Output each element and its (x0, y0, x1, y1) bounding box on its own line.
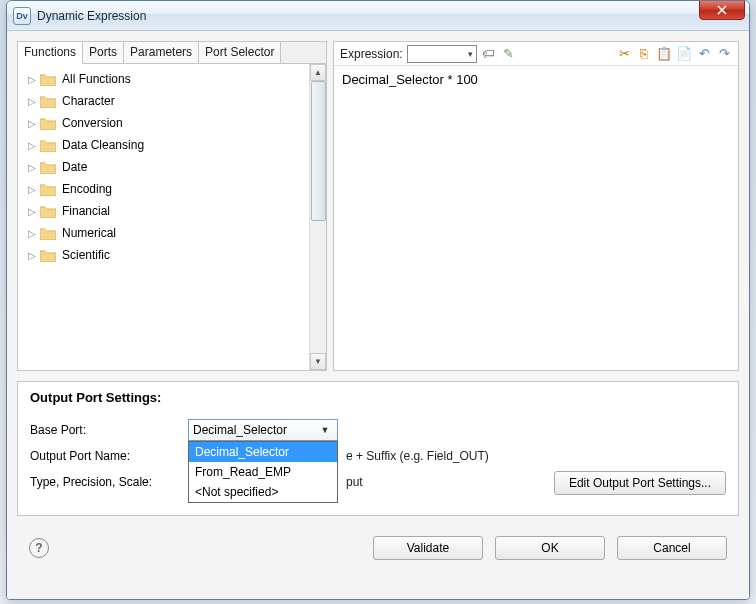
tree-item[interactable]: ▷Financial (18, 200, 309, 222)
expression-panel: Expression: ▾ 🏷 ✎ ✂ ⎘ 📋 📄 ↶ ↷ Decimal_Se… (333, 41, 739, 371)
add-comment-icon[interactable]: ✎ (501, 46, 517, 62)
expression-toolbar: Expression: ▾ 🏷 ✎ ✂ ⎘ 📋 📄 ↶ ↷ (334, 42, 738, 66)
expander-icon[interactable]: ▷ (28, 118, 38, 129)
close-button[interactable] (699, 0, 745, 20)
tree-item-label: Financial (62, 204, 110, 218)
expander-icon[interactable]: ▷ (28, 250, 38, 261)
output-port-name-row: Output Port Name: e + Suffix (e.g. Field… (30, 443, 726, 469)
tab-functions[interactable]: Functions (18, 42, 83, 64)
help-icon[interactable]: ? (29, 538, 49, 558)
tree-item[interactable]: ▷Data Cleansing (18, 134, 309, 156)
folder-icon (40, 205, 56, 218)
tree-item-label: Data Cleansing (62, 138, 144, 152)
expression-combo[interactable]: ▾ (407, 45, 477, 63)
tree-item-label: Character (62, 94, 115, 108)
output-port-name-label: Output Port Name: (30, 449, 180, 463)
tree-item[interactable]: ▷All Functions (18, 68, 309, 90)
scroll-thumb[interactable] (311, 81, 326, 221)
ok-button[interactable]: OK (495, 536, 605, 560)
left-panel: Functions Ports Parameters Port Selector… (17, 41, 327, 371)
expander-icon[interactable]: ▷ (28, 140, 38, 151)
type-precision-hint: put (346, 475, 363, 489)
undo-icon[interactable]: ↶ (696, 46, 712, 62)
tree-item[interactable]: ▷Character (18, 90, 309, 112)
output-port-settings-panel: Output Port Settings: Base Port: Decimal… (17, 381, 739, 516)
tree-item[interactable]: ▷Scientific (18, 244, 309, 266)
folder-icon (40, 227, 56, 240)
dropdown-item[interactable]: Decimal_Selector (189, 442, 337, 462)
redo-icon[interactable]: ↷ (716, 46, 732, 62)
tab-ports[interactable]: Ports (83, 42, 124, 63)
tab-bar: Functions Ports Parameters Port Selector (18, 42, 326, 64)
chevron-down-icon: ▼ (317, 421, 333, 439)
dialog-window: Dv Dynamic Expression Functions Ports Pa… (6, 0, 750, 600)
expander-icon[interactable]: ▷ (28, 206, 38, 217)
folder-icon (40, 139, 56, 152)
expander-icon[interactable]: ▷ (28, 184, 38, 195)
tree-item[interactable]: ▷Date (18, 156, 309, 178)
tree-scrollbar[interactable]: ▲ ▼ (309, 64, 326, 370)
folder-icon (40, 183, 56, 196)
tree-item-label: Conversion (62, 116, 123, 130)
close-icon (717, 5, 727, 15)
scroll-up-button[interactable]: ▲ (310, 64, 326, 81)
paste-icon[interactable]: 📋 (656, 46, 672, 62)
tree-item[interactable]: ▷Conversion (18, 112, 309, 134)
expression-label: Expression: (340, 47, 403, 61)
toolbar-right-icons: ✂ ⎘ 📋 📄 ↶ ↷ (616, 46, 732, 62)
tag-icon[interactable]: 🏷 (481, 46, 497, 62)
footer-buttons: Validate OK Cancel (373, 536, 727, 560)
edit-output-port-settings-button[interactable]: Edit Output Port Settings... (554, 471, 726, 495)
function-tree[interactable]: ▷All Functions▷Character▷Conversion▷Data… (18, 64, 309, 370)
base-port-combo[interactable]: Decimal_Selector ▼ Decimal_Selector From… (188, 419, 338, 441)
folder-icon (40, 95, 56, 108)
paste-special-icon[interactable]: 📄 (676, 46, 692, 62)
dropdown-item[interactable]: From_Read_EMP (189, 462, 337, 482)
tree-item-label: Encoding (62, 182, 112, 196)
tree-container: ▷All Functions▷Character▷Conversion▷Data… (18, 64, 326, 370)
validate-button[interactable]: Validate (373, 536, 483, 560)
folder-icon (40, 117, 56, 130)
copy-icon[interactable]: ⎘ (636, 46, 652, 62)
expression-editor[interactable]: Decimal_Selector * 100 (334, 66, 738, 370)
expander-icon[interactable]: ▷ (28, 74, 38, 85)
output-settings-title: Output Port Settings: (30, 390, 726, 405)
cancel-button[interactable]: Cancel (617, 536, 727, 560)
expander-icon[interactable]: ▷ (28, 162, 38, 173)
app-icon: Dv (13, 7, 31, 25)
cut-icon[interactable]: ✂ (616, 46, 632, 62)
base-port-row: Base Port: Decimal_Selector ▼ Decimal_Se… (30, 417, 726, 443)
expander-icon[interactable]: ▷ (28, 96, 38, 107)
tree-item-label: Date (62, 160, 87, 174)
dialog-footer: ? Validate OK Cancel (17, 526, 739, 570)
edit-output-settings-wrap: Edit Output Port Settings... (554, 471, 726, 495)
base-port-label: Base Port: (30, 423, 180, 437)
tree-item-label: Scientific (62, 248, 110, 262)
base-port-value: Decimal_Selector (193, 423, 317, 437)
dropdown-item[interactable]: <Not specified> (189, 482, 337, 502)
folder-icon (40, 249, 56, 262)
expander-icon[interactable]: ▷ (28, 228, 38, 239)
scroll-down-button[interactable]: ▼ (310, 353, 326, 370)
window-title: Dynamic Expression (37, 9, 146, 23)
tab-port-selector[interactable]: Port Selector (199, 42, 281, 63)
base-port-dropdown: Decimal_Selector From_Read_EMP <Not spec… (188, 441, 338, 503)
tree-item-label: All Functions (62, 72, 131, 86)
tree-item-label: Numerical (62, 226, 116, 240)
output-name-hint: e + Suffix (e.g. Field_OUT) (346, 449, 489, 463)
type-precision-label: Type, Precision, Scale: (30, 475, 180, 489)
dialog-content: Functions Ports Parameters Port Selector… (7, 31, 749, 599)
titlebar: Dv Dynamic Expression (7, 1, 749, 31)
folder-icon (40, 161, 56, 174)
tab-parameters[interactable]: Parameters (124, 42, 199, 63)
tree-item[interactable]: ▷Encoding (18, 178, 309, 200)
tree-item[interactable]: ▷Numerical (18, 222, 309, 244)
folder-icon (40, 73, 56, 86)
upper-panels: Functions Ports Parameters Port Selector… (17, 41, 739, 371)
